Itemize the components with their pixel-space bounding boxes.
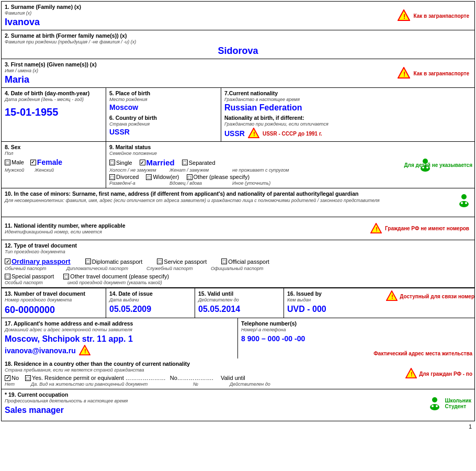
residence-no-num-sub: № (193, 382, 224, 387)
residence-yes-item[interactable]: □ Yes. Residence permit or equivalent ……… (25, 375, 245, 381)
section-16-col: 16. Issued by Кем выдан UVD - 000 ! Дост… (284, 288, 474, 318)
section-17-note: Фактический адрес места жительства (373, 351, 472, 356)
travel-special-item[interactable]: □ Special passport (5, 273, 54, 279)
section-14-col: 14. Date of issue Дата выдачи 05.05.2009 (106, 288, 195, 318)
marital-widower-item[interactable]: □ Widow(er) (146, 174, 179, 180)
travel-special-checkbox[interactable]: □ (5, 274, 10, 279)
svg-point-10 (461, 194, 467, 199)
sex-male-label: Male (12, 159, 24, 165)
section-8-sublabel: Пол (5, 151, 103, 156)
section-15-sublabel: Действителен до (198, 297, 280, 302)
travel-service-item[interactable]: □ Service passport (157, 259, 207, 265)
section-1-value: Ivanova (5, 17, 398, 28)
section-7b-sublabel: Гражданство при рождении, если отличаетс… (224, 121, 471, 127)
travel-ordinary-sublabel: Обычный паспорт (5, 266, 62, 271)
residence-no-checkbox[interactable] (5, 375, 10, 381)
travel-other-sublabel: иной проездной документ (указать какой) (67, 280, 162, 285)
travel-official-label: Official passport (228, 259, 269, 265)
section-9-note: Для детей не указывается (404, 162, 472, 168)
svg-text:!: ! (84, 347, 86, 355)
section-14-sublabel: Дата выдачи (109, 297, 191, 302)
section-17-email: ivanova@ivanova.ru (5, 346, 76, 355)
marital-married-sublabel: Женат / замужем (169, 167, 227, 173)
marital-single-checkbox[interactable]: □ (109, 160, 115, 165)
marital-other-checkbox[interactable]: □ (187, 174, 192, 180)
marital-married-item[interactable]: Married (140, 158, 175, 167)
form-container: 1. Surname (Family name) (x) Фамилия (x)… (1, 1, 475, 421)
travel-diplomatic-checkbox[interactable]: □ (85, 259, 91, 264)
svg-text:!: ! (403, 13, 405, 20)
marital-divorced-sublabel: Разведен/-а (109, 181, 164, 186)
section-18: 18. Residence in a country other than th… (2, 358, 474, 389)
section-5-label: 5. Place of birth (109, 90, 218, 96)
svg-text:!: ! (403, 70, 405, 78)
section-17-phone-label: Telephone number(s) (241, 320, 471, 327)
marital-single-item[interactable]: □ Single (109, 160, 132, 166)
sex-female-item[interactable]: Female (30, 158, 62, 166)
travel-other-checkbox[interactable]: □ (63, 274, 69, 279)
marital-single-sublabel: Холост / не замужем (109, 167, 164, 173)
marital-divorced-checkbox[interactable]: □ (109, 174, 115, 180)
section-14-value: 05.05.2009 (109, 305, 191, 314)
sex-female-sublabel: Женский (35, 167, 54, 173)
section-7-value: Russian Federation (224, 103, 471, 113)
residence-yes-sublabel: Да. Вид на жительство или равноценный до… (31, 382, 188, 387)
residence-no-num: No………………. (170, 375, 213, 381)
svg-text:!: ! (411, 371, 413, 378)
marital-separated-checkbox[interactable]: □ (182, 160, 188, 165)
marital-single-label: Single (116, 160, 132, 166)
marital-separated-label: Separated (189, 160, 216, 166)
section-7b-note: USSR - СССР до 1991 г. (263, 131, 322, 137)
section-4-label: 4. Date of birth (day-month-year) (5, 90, 103, 96)
travel-official-checkbox[interactable]: □ (221, 259, 227, 264)
marital-divorced-item[interactable]: □ Divorced (109, 174, 139, 180)
section-18-sublabel: Страна пребывания, если не является стра… (5, 367, 471, 373)
section-11-sublabel: Идентификационный номер, если имеется (5, 229, 370, 234)
marital-married-checkbox[interactable] (140, 160, 145, 165)
residence-no-item[interactable]: No (5, 375, 19, 381)
sex-female-checkbox[interactable] (30, 160, 36, 165)
section-11-label: 11. National identity number, where appl… (5, 222, 370, 229)
sex-male-checkbox[interactable]: □ (5, 160, 10, 165)
section-4-7: 4. Date of birth (day-month-year) Дата р… (2, 88, 474, 142)
section-8-9: 8. Sex Пол □ Male Female Мужской Женский… (2, 142, 474, 188)
travel-other-label: Other travel document (please specify) (70, 273, 169, 279)
person-icon-10 (457, 202, 471, 208)
marital-separated-item[interactable]: □ Separated (182, 160, 216, 166)
section-1-sublabel: Фамилия (x) (5, 10, 398, 16)
section-6-sublabel: Страна рождения (109, 121, 218, 127)
section-9-label: 9. Marital status (109, 144, 471, 150)
marital-other-label: Other (please specify) (194, 174, 250, 180)
travel-diplomatic-item[interactable]: □ Diplomatic passport (85, 259, 143, 265)
travel-other-item[interactable]: □ Other travel document (please specify) (63, 273, 169, 279)
travel-ordinary-checkbox[interactable] (5, 259, 10, 264)
section-2-label: 2. Surname at birth (Former family name(… (5, 32, 471, 39)
marital-other-item[interactable]: □ Other (please specify) (187, 174, 250, 180)
section-16-value: UVD - 000 (287, 305, 471, 314)
marital-widower-sublabel: Вдовец / вдова (169, 181, 227, 186)
svg-text:!: ! (391, 293, 393, 300)
sex-male-item[interactable]: □ Male (5, 159, 24, 165)
svg-text:!: ! (376, 226, 378, 233)
section-6-label: 6. Country of birth (109, 115, 218, 121)
section-4-sublabel: Дата рождения (день - месяц - год) (5, 97, 103, 102)
travel-service-label: Service passport (164, 259, 207, 265)
marital-divorced-label: Divorced (116, 174, 139, 180)
travel-official-item[interactable]: □ Official passport (221, 259, 269, 265)
section-1-note: Как в загранпаспорте (413, 13, 469, 19)
section-7b-value: USSR (224, 129, 245, 138)
section-12-label: 12. Type of travel document (5, 242, 471, 249)
travel-service-checkbox[interactable]: □ (157, 259, 163, 264)
travel-ordinary-item[interactable]: Ordinary passport (5, 257, 71, 265)
residence-yes-checkbox[interactable]: □ (25, 375, 31, 381)
svg-point-23 (430, 404, 439, 410)
section-17-right: Telephone number(s) Номер/-а телефона 8 … (238, 318, 474, 358)
marital-widower-checkbox[interactable]: □ (146, 174, 152, 180)
travel-diplomatic-sublabel: Дипломатический паспорт (66, 266, 142, 271)
travel-official-sublabel: Официальный паспорт (211, 266, 264, 271)
section-11-note: Граждане РФ не имеют номеров (385, 226, 469, 231)
section-2-sublabel: Фамилия при рождении (предыдущая / -не ф… (5, 39, 471, 44)
section-2-value: Sidorova (5, 46, 471, 57)
section-12: 12. Type of travel document Тип проездно… (2, 240, 474, 288)
residence-no-sublabel: Нет (5, 382, 26, 387)
